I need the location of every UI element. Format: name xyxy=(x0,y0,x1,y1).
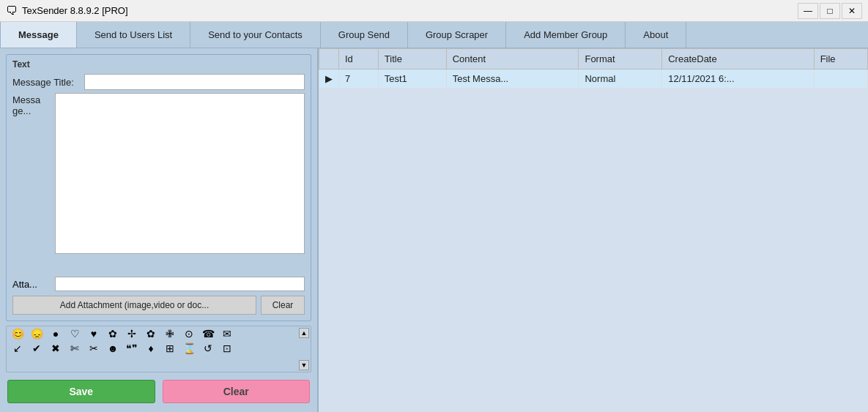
cell-format: Normal xyxy=(579,70,662,89)
emoji-quotes[interactable]: ❝❞ xyxy=(124,342,140,354)
emoji-smile[interactable]: 😊 xyxy=(10,328,26,340)
message-title-label: Message Title: xyxy=(12,77,78,88)
emoji-face[interactable]: ☻ xyxy=(105,342,121,354)
cell-title: Test1 xyxy=(378,70,446,89)
emoji-phone[interactable]: ☎ xyxy=(200,328,216,340)
emoji-bar: 😊 😞 ● ♡ ♥ ✿ ✢ ✿ ✙ ⊙ ☎ ✉ ↙ ✔ ✖ ✄ ✂ ☻ ❝❞ xyxy=(6,326,311,372)
emoji-check[interactable]: ✔ xyxy=(29,342,45,354)
emoji-scroll-down[interactable]: ▼ xyxy=(299,360,309,370)
table-header-row: Id Title Content Format CreateDate File xyxy=(319,49,868,70)
emoji-cross[interactable]: ✢ xyxy=(124,328,140,340)
emoji-refresh[interactable]: ↺ xyxy=(200,342,216,354)
emoji-sad[interactable]: 😞 xyxy=(29,328,45,340)
title-row: Message Title: xyxy=(12,74,305,90)
emoji-heart-open[interactable]: ♡ xyxy=(67,328,83,340)
col-file: File xyxy=(814,49,867,70)
emoji-timer[interactable]: ⌛ xyxy=(181,342,197,354)
menu-tab-send-users[interactable]: Send to Users List xyxy=(77,22,190,48)
text-group: Text Message Title: Message... Atta... A… xyxy=(6,54,311,321)
menu-tab-add-member[interactable]: Add Member Group xyxy=(506,22,626,48)
table-body: ▶7Test1Test Messa...Normal12/11/2021 6:.… xyxy=(319,70,868,89)
emoji-arrow[interactable]: ↙ xyxy=(10,342,26,354)
emoji-mail[interactable]: ✉ xyxy=(219,328,235,340)
emoji-row-2: ↙ ✔ ✖ ✄ ✂ ☻ ❝❞ ♦ ⊞ ⌛ ↺ ⊡ xyxy=(7,341,311,356)
row-indicator: ▶ xyxy=(319,70,339,89)
attach-label: Atta... xyxy=(12,279,49,290)
cell-id: 7 xyxy=(339,70,379,89)
emoji-heart[interactable]: ♥ xyxy=(86,328,102,340)
col-id: Id xyxy=(339,49,379,70)
emoji-box[interactable]: ⊡ xyxy=(219,342,235,354)
title-bar: 🗨 TexSender 8.8.9.2 [PRO] — □ ✕ xyxy=(0,0,868,22)
menu-tab-group-scraper[interactable]: Group Scraper xyxy=(408,22,506,48)
maximize-button[interactable]: □ xyxy=(820,3,840,19)
emoji-target[interactable]: ⊙ xyxy=(181,328,197,340)
emoji-flower[interactable]: ✿ xyxy=(105,328,121,340)
text-legend: Text xyxy=(12,59,305,70)
col-content: Content xyxy=(446,49,579,70)
col-format: Format xyxy=(579,49,662,70)
emoji-scroll-up[interactable]: ▲ xyxy=(299,328,309,338)
emoji-row-1: 😊 😞 ● ♡ ♥ ✿ ✢ ✿ ✙ ⊙ ☎ ✉ xyxy=(7,326,311,341)
menu-bar: MessageSend to Users ListSend to your Co… xyxy=(0,22,868,48)
close-button[interactable]: ✕ xyxy=(842,3,862,19)
cell-createdate: 12/11/2021 6:... xyxy=(662,70,814,89)
message-row: Message... xyxy=(12,93,305,274)
add-attachment-button[interactable]: Add Attachment (image,video or doc... xyxy=(12,296,256,315)
minimize-button[interactable]: — xyxy=(798,3,818,19)
col-createdate: CreateDate xyxy=(662,49,814,70)
action-row: Save Clear xyxy=(6,377,311,406)
app-title: TexSender 8.8.9.2 [PRO] xyxy=(22,5,128,16)
clear-button[interactable]: Clear xyxy=(163,380,311,403)
message-title-input[interactable] xyxy=(84,74,305,90)
app-icon: 🗨 xyxy=(6,4,18,18)
emoji-plus[interactable]: ✙ xyxy=(162,328,178,340)
table-row[interactable]: ▶7Test1Test Messa...Normal12/11/2021 6:.… xyxy=(319,70,868,89)
title-bar-left: 🗨 TexSender 8.8.9.2 [PRO] xyxy=(6,4,128,18)
main-content: Text Message Title: Message... Atta... A… xyxy=(0,48,868,412)
message-label: Message... xyxy=(12,93,49,116)
emoji-scissors[interactable]: ✄ xyxy=(67,342,83,354)
emoji-flower2[interactable]: ✿ xyxy=(143,328,159,340)
emoji-diamond[interactable]: ♦ xyxy=(143,342,159,354)
menu-tab-about[interactable]: About xyxy=(626,22,686,48)
cell-file xyxy=(814,70,867,89)
menu-tab-message[interactable]: Message xyxy=(0,22,77,48)
data-table: Id Title Content Format CreateDate File … xyxy=(319,48,868,89)
right-panel: Id Title Content Format CreateDate File … xyxy=(319,48,868,412)
clear-attachment-button[interactable]: Clear xyxy=(261,296,305,315)
emoji-scissors2[interactable]: ✂ xyxy=(86,342,102,354)
attach-buttons: Add Attachment (image,video or doc... Cl… xyxy=(12,296,305,315)
menu-tab-group-send[interactable]: Group Send xyxy=(321,22,408,48)
col-indicator xyxy=(319,49,339,70)
emoji-scroll: ▲ ▼ xyxy=(299,326,309,372)
attach-input[interactable] xyxy=(55,277,305,291)
emoji-x[interactable]: ✖ xyxy=(48,342,64,354)
left-panel: Text Message Title: Message... Atta... A… xyxy=(0,48,319,412)
table-header: Id Title Content Format CreateDate File xyxy=(319,49,868,70)
emoji-grid[interactable]: ⊞ xyxy=(162,342,178,354)
save-button[interactable]: Save xyxy=(7,380,155,403)
title-bar-controls: — □ ✕ xyxy=(798,3,862,19)
cell-content: Test Messa... xyxy=(446,70,579,89)
message-textarea[interactable] xyxy=(55,93,305,254)
emoji-circle[interactable]: ● xyxy=(48,328,64,340)
col-title: Title xyxy=(378,49,446,70)
attach-row: Atta... xyxy=(12,277,305,291)
menu-tab-send-contacts[interactable]: Send to your Contacts xyxy=(190,22,321,48)
